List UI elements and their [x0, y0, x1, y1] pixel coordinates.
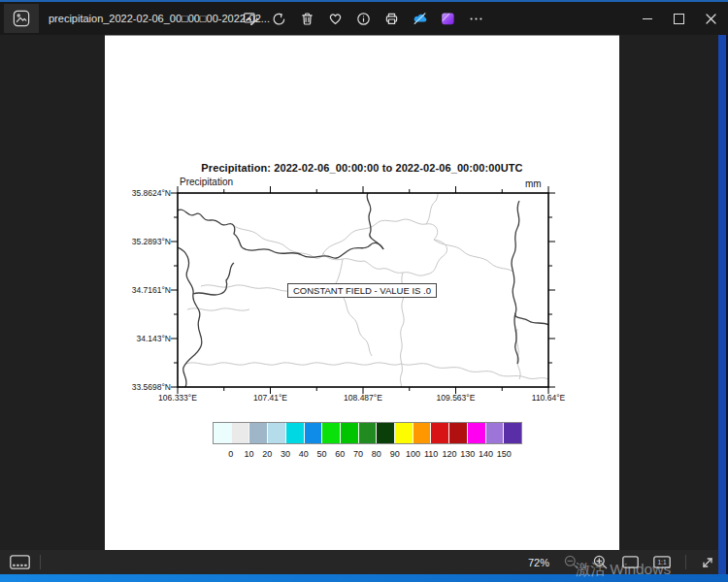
minimize-button[interactable]	[631, 2, 663, 35]
clipchamp-icon	[440, 11, 456, 27]
lon-tick-label: 108.487°E	[344, 393, 382, 403]
fullscreen-icon	[701, 556, 714, 569]
info-button[interactable]	[353, 5, 374, 32]
colorbar-segment	[377, 423, 395, 443]
colorbar-tick-label: 90	[390, 449, 400, 459]
colorbar-tick-label: 0	[228, 449, 233, 459]
colorbar-tick-label: 100	[406, 449, 420, 459]
photos-app-window: precipitaion_2022-02-06_00□00□00-2022-02…	[0, 0, 728, 582]
more-ellipsis-icon	[468, 11, 484, 27]
colorbar-segment	[286, 423, 305, 443]
statusbar-divider	[685, 555, 686, 569]
colorbar-segment	[468, 423, 486, 443]
colorbar-segment	[322, 423, 341, 443]
colorbar-tick-label: 60	[335, 449, 345, 459]
photos-app-icon	[13, 10, 30, 27]
filmstrip-icon	[10, 555, 30, 569]
colorbar-tick-label: 30	[281, 449, 290, 459]
print-button[interactable]	[381, 5, 402, 32]
filmstrip-toggle-button[interactable]	[10, 555, 30, 569]
zoom-level: 72%	[528, 557, 549, 568]
maximize-icon	[674, 14, 684, 24]
colorbar-tick-label: 80	[372, 449, 381, 459]
constant-field-annotation: CONSTANT FIELD - VALUE IS .0	[287, 283, 437, 298]
colorbar-segment	[359, 423, 378, 443]
lat-tick-label: 34.7161°N	[111, 285, 171, 295]
close-button[interactable]	[695, 2, 727, 35]
lon-tick-label: 109.563°E	[437, 393, 476, 403]
see-more-button[interactable]	[466, 5, 486, 32]
see-all-photos-button[interactable]	[4, 4, 39, 33]
favorite-button[interactable]	[325, 5, 346, 32]
info-icon	[355, 11, 372, 27]
onedrive-sync-off-icon	[412, 11, 428, 27]
lon-tick-label: 110.64°E	[532, 393, 565, 403]
colorbar-segment	[232, 423, 250, 443]
colorbar-segment	[431, 423, 449, 443]
colorbar-segment	[395, 423, 414, 443]
desktop-edge-strip	[718, 35, 726, 574]
colorbar-segments	[213, 422, 522, 444]
colorbar-tick-label: 140	[479, 449, 493, 459]
lat-tick-label: 34.143°N	[111, 334, 171, 343]
rotate-button[interactable]	[269, 5, 289, 32]
colorbar-segment	[486, 423, 505, 443]
lon-tick-label: 107.41°E	[253, 393, 287, 403]
lat-tick-label: 33.5698°N	[111, 382, 171, 392]
maximize-button[interactable]	[663, 2, 695, 35]
lat-tick-label: 35.8624°N	[111, 188, 171, 198]
colorbar-segment	[341, 423, 359, 443]
window-title: precipitaion_2022-02-06_00□00□00-2022-02…	[49, 2, 270, 35]
minimize-icon	[643, 18, 652, 19]
image-canvas: Precipitation: 2022-02-06_00:00:00 to 20…	[105, 35, 619, 550]
statusbar-divider	[40, 555, 41, 569]
onedrive-button[interactable]	[410, 5, 430, 32]
edit-image-icon	[243, 11, 259, 27]
lat-tick-label: 35.2893°N	[111, 237, 171, 246]
top-accent-line	[0, 0, 728, 2]
activate-windows-watermark: 激活 Windows	[576, 560, 671, 580]
colorbar-tick-label: 110	[424, 449, 438, 459]
delete-icon	[299, 11, 315, 27]
colorbar-tick-label: 40	[299, 449, 309, 459]
colorbar-tick-label: 50	[317, 449, 327, 459]
colorbar-segment	[414, 423, 432, 443]
colorbar-segment	[449, 423, 468, 443]
colorbar-tick-label: 130	[460, 449, 475, 459]
colorbar-segment	[268, 423, 286, 443]
toolbar	[241, 2, 486, 35]
window-controls	[631, 2, 727, 35]
titlebar: precipitaion_2022-02-06_00□00□00-2022-02…	[0, 2, 728, 35]
fullscreen-button[interactable]	[701, 556, 714, 569]
colorbar-tick-label: 10	[245, 449, 254, 459]
clipchamp-button[interactable]	[438, 5, 458, 32]
close-icon	[706, 14, 716, 24]
edit-image-button[interactable]	[241, 5, 261, 32]
figure-title: Precipitation: 2022-02-06_00:00:00 to 20…	[105, 162, 619, 174]
colorbar-tick-label: 120	[442, 449, 456, 459]
colorbar-segment	[504, 423, 521, 443]
colorbar-segment	[214, 423, 232, 443]
print-icon	[383, 11, 400, 27]
delete-button[interactable]	[297, 5, 317, 32]
heart-icon	[327, 11, 344, 27]
lon-tick-label: 106.333°E	[158, 393, 197, 403]
colorbar-tick-label: 70	[353, 449, 363, 459]
colorbar-segment	[249, 423, 268, 443]
colorbar-tick-label: 150	[497, 449, 512, 459]
colorbar-segment	[305, 423, 323, 443]
colorbar-tick-label: 20	[262, 449, 272, 459]
rotate-icon	[271, 11, 287, 27]
